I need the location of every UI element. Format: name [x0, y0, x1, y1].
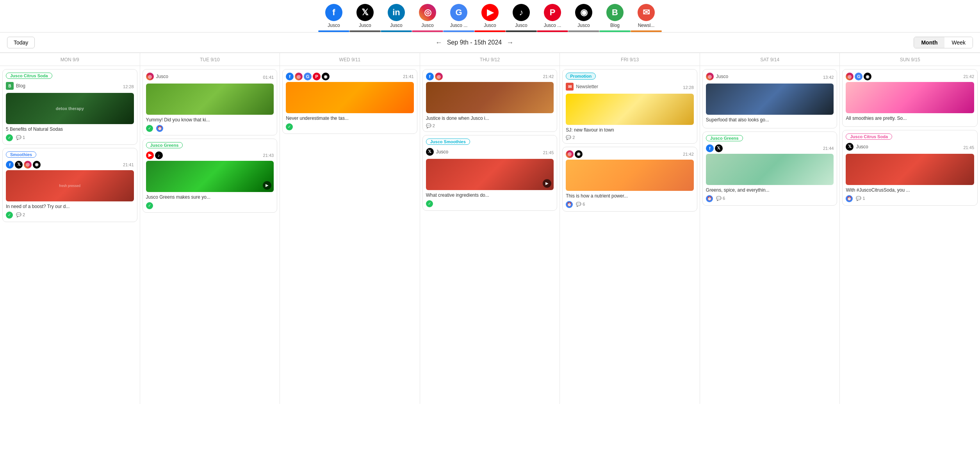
- comment-count: 💬 1: [856, 196, 865, 201]
- card-tag: Jusco Smoothies: [426, 139, 470, 145]
- channel-bar-fb: [318, 30, 349, 32]
- next-arrow[interactable]: →: [506, 39, 513, 47]
- card-sat-1[interactable]: ◎ Jusco 13:42 Superfood that also looks …: [702, 69, 837, 128]
- month-view-button[interactable]: Month: [914, 37, 944, 48]
- card-text: With #JuscoCitrusSoda, you ...: [846, 187, 974, 194]
- channel-bar-bl: [599, 30, 631, 32]
- card-text: Never underestimate the tas...: [286, 115, 414, 122]
- channel-label-th: Jusco: [577, 23, 590, 28]
- ig-icon: ◎: [566, 150, 574, 158]
- card-wed-1[interactable]: f ◎ G P ◉ 21:41 Never underestimate the …: [282, 69, 417, 134]
- day-col-wed: WED 9/11 f ◎ G P ◉ 21:41 Never underesti…: [280, 53, 420, 404]
- card-mon-2[interactable]: Smoothies f 𝕏 ◎ ◉ 21:41 fresh pressed In…: [2, 148, 137, 222]
- card-sub: ◎ Jusco: [706, 73, 728, 80]
- card-time: 21:44: [823, 146, 834, 151]
- channel-bar: f Jusco 𝕏 Jusco in Jusco ◎ Jusco G Jusco…: [0, 0, 980, 33]
- channel-item-nl[interactable]: ✉ Newsl...: [631, 4, 662, 32]
- card-tag: Jusco Citrus Soda: [846, 133, 892, 140]
- th-icon: ◉: [33, 161, 41, 169]
- card-mon-1[interactable]: Jusco Citrus Soda B Blog 12:28 detox the…: [2, 69, 137, 145]
- card-sun-1[interactable]: ◎ G ◉ 21:42 All smoothies are pretty. So…: [842, 69, 978, 127]
- th-icon: ◉: [864, 73, 871, 80]
- channel-item-li[interactable]: in Jusco: [381, 4, 412, 32]
- card-footer: 💬 2: [426, 123, 554, 128]
- channel-label-nl: Newsl...: [638, 23, 655, 28]
- channel-item-tk[interactable]: ♪ Jusco: [506, 4, 537, 32]
- comment-count: 💬 2: [16, 212, 25, 217]
- ig-icon: ◎: [24, 161, 32, 169]
- channel-item-go[interactable]: G Jusco ...: [443, 4, 474, 32]
- channel-item-th[interactable]: ◉ Jusco: [568, 4, 599, 32]
- card-thu-1[interactable]: f ◎ 21:42 Justice is done when Jusco i..…: [422, 69, 558, 132]
- clock-icon: ⏰: [156, 125, 163, 132]
- day-col-mon: MON 9/9 Jusco Citrus Soda B Blog 12:28 d…: [0, 53, 140, 404]
- blog-icon: B: [6, 82, 14, 90]
- check-icon: ✓: [6, 134, 13, 141]
- check-icon: ✓: [426, 200, 433, 207]
- channel-item-tw[interactable]: 𝕏 Jusco: [349, 4, 381, 32]
- card-footer: 💬 2: [566, 135, 694, 140]
- day-header-tue: TUE 9/10: [140, 53, 280, 66]
- channel-icon-yt: ▶: [481, 4, 499, 21]
- day-col-tue: TUE 9/10 ◎ Jusco 01:41 Yummy! Did you kn…: [140, 53, 280, 404]
- card-thu-2[interactable]: Jusco Smoothies 𝕏 Jusco 21:45 ▶ What cre…: [422, 135, 558, 211]
- channel-icon-bl: B: [606, 4, 624, 21]
- channel-icon-fb: f: [325, 4, 342, 21]
- channel-bar-go: [443, 30, 474, 32]
- day-header-wed: WED 9/11: [280, 53, 420, 66]
- card-tag: Jusco Greens: [146, 142, 183, 148]
- card-time: 21:42: [683, 152, 694, 157]
- channel-bar-tk: [506, 30, 537, 32]
- channel-item-ig[interactable]: ◎ Jusco: [412, 4, 443, 32]
- card-time: 21:42: [963, 74, 974, 79]
- day-header-sun: SUN 9/15: [840, 53, 980, 66]
- day-col-thu: THU 9/12 f ◎ 21:42 Justice is done when …: [420, 53, 560, 404]
- channel-item-bl[interactable]: B Blog: [599, 4, 631, 32]
- comment-count: 💬 6: [576, 202, 585, 207]
- channel-item-fb[interactable]: f Jusco: [318, 4, 349, 32]
- day-header-fri: FRI 9/13: [560, 53, 700, 66]
- prev-arrow[interactable]: ←: [435, 39, 442, 47]
- card-time: 21:43: [263, 153, 274, 158]
- calendar-nav: Today ← Sep 9th - 15th 2024 → Month Week: [0, 33, 980, 53]
- card-image: ▶: [426, 159, 554, 190]
- th-icon: ◉: [322, 73, 330, 80]
- card-sub: ◎ Jusco: [146, 73, 168, 80]
- channel-bar-nl: [631, 30, 662, 32]
- check-icon: ✓: [286, 123, 293, 130]
- ig-icon: ◎: [295, 73, 303, 80]
- nl-icon: ✉: [566, 83, 574, 91]
- channel-item-yt[interactable]: ▶ Jusco: [474, 4, 506, 32]
- ig-icon: ◎: [146, 73, 154, 80]
- channel-icons: f 𝕏: [706, 144, 723, 152]
- card-time: 21:41: [403, 74, 414, 79]
- today-button[interactable]: Today: [7, 37, 35, 48]
- card-sun-2[interactable]: Jusco Citrus Soda 𝕏 Jusco 21:45 With #Ju…: [842, 130, 978, 206]
- card-image: [286, 82, 414, 113]
- card-footer: ✓: [426, 200, 554, 207]
- card-tue-2[interactable]: Jusco Greens ▶ ♪ 21:43 ▶ Jusco Greens ma…: [143, 139, 278, 213]
- day-header-sat: SAT 9/14: [700, 53, 840, 66]
- card-fri-2[interactable]: ◎ ◉ 21:42 This is how a nutrient power..…: [562, 147, 697, 212]
- card-text: 5 Benefits of Natural Sodas: [6, 126, 134, 133]
- week-view-button[interactable]: Week: [944, 37, 973, 48]
- day-col-fri: FRI 9/13 Promotion ✉ Newsletter 12:28 SJ…: [560, 53, 700, 404]
- day-col-sun: SUN 9/15 ◎ G ◉ 21:42 All smoothies are p…: [840, 53, 980, 404]
- channel-icon-go: G: [450, 4, 467, 21]
- channel-icons: f ◎ G P ◉: [286, 73, 330, 80]
- card-fri-1[interactable]: Promotion ✉ Newsletter 12:28 SJ: new fla…: [562, 69, 697, 144]
- card-image: detox therapy: [6, 93, 134, 124]
- channel-bar-li: [381, 30, 412, 32]
- card-sat-2[interactable]: Jusco Greens f 𝕏 21:44 Greens, spice, an…: [702, 132, 837, 206]
- channel-bar-th: [568, 30, 599, 32]
- card-tue-1[interactable]: ◎ Jusco 01:41 Yummy! Did you know that k…: [143, 69, 278, 135]
- card-text: What creative ingredients do...: [426, 192, 554, 199]
- card-text: SJ: new flavour in town: [566, 127, 694, 133]
- card-sub: 𝕏 Jusco: [846, 143, 868, 151]
- go-icon: G: [855, 73, 862, 80]
- clock-icon: ⏰: [566, 201, 573, 208]
- ig-icon: ◎: [706, 73, 714, 80]
- channel-item-pi[interactable]: P Jusco ...: [537, 4, 568, 32]
- day-header-mon: MON 9/9: [0, 53, 140, 66]
- card-image: [706, 154, 834, 185]
